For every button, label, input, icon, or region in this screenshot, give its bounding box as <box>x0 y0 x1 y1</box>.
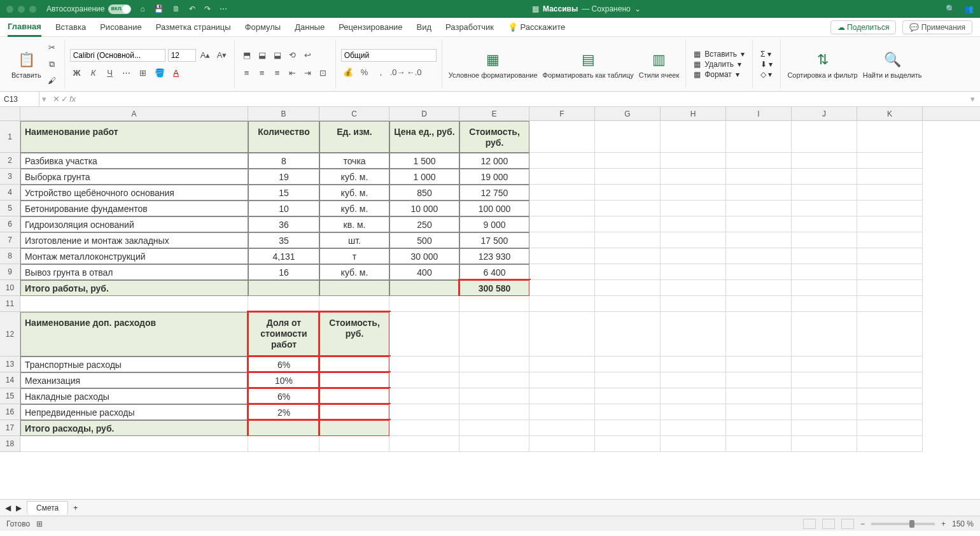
align-middle-icon[interactable]: ⬓ <box>255 48 269 62</box>
cell[interactable]: кв. м. <box>319 216 389 232</box>
cell[interactable] <box>20 436 248 452</box>
formula-expand-icon[interactable]: ▾ <box>965 94 980 104</box>
cell[interactable] <box>792 153 857 169</box>
select-all-corner[interactable] <box>0 107 20 120</box>
accessibility-icon[interactable]: ⊞ <box>36 519 43 528</box>
cell[interactable]: Ед. изм. <box>319 121 389 153</box>
cell[interactable] <box>857 201 923 216</box>
cell[interactable] <box>529 169 595 185</box>
cell[interactable] <box>661 232 726 248</box>
redo-icon[interactable]: ↷ <box>204 4 211 13</box>
col-header[interactable]: G <box>595 107 661 120</box>
cell[interactable] <box>595 153 661 169</box>
cell[interactable] <box>792 232 857 248</box>
find-select-button[interactable]: 🔍Найти и выделить <box>862 47 923 81</box>
cell[interactable]: Разбивка участка <box>20 153 248 169</box>
undo-icon[interactable]: ↶ <box>189 4 195 13</box>
cell[interactable]: Гидроизоляция оснований <box>20 216 248 232</box>
cancel-formula-icon[interactable]: ✕ <box>53 94 60 104</box>
cell[interactable]: Количество <box>248 121 319 153</box>
cell[interactable]: 6% <box>248 388 319 404</box>
col-header[interactable]: A <box>20 107 248 120</box>
cell[interactable] <box>595 312 661 356</box>
cell[interactable] <box>726 248 792 264</box>
saveall-icon[interactable]: 🗎 <box>172 4 180 13</box>
cell[interactable]: 8 <box>248 153 319 169</box>
cell[interactable] <box>726 264 792 280</box>
cell[interactable] <box>529 356 595 372</box>
share-button[interactable]: ☁ Поделиться <box>830 20 897 34</box>
tab-review[interactable]: Рецензирование <box>339 18 402 36</box>
decrease-font-icon[interactable]: A▾ <box>215 48 229 62</box>
chevron-down-icon[interactable]: ⌄ <box>634 4 641 13</box>
cell[interactable] <box>529 264 595 280</box>
cell[interactable] <box>529 153 595 169</box>
conditional-format-button[interactable]: ▦Условное форматирование <box>447 47 539 81</box>
wrap-text-icon[interactable]: ↩ <box>301 48 315 62</box>
cell[interactable]: 10 000 <box>389 201 459 216</box>
cell[interactable] <box>726 216 792 232</box>
cell[interactable]: Итого работы, руб. <box>20 280 248 296</box>
cell[interactable] <box>459 436 529 452</box>
cell[interactable]: 1 000 <box>389 169 459 185</box>
cell[interactable]: Наименование работ <box>20 121 248 153</box>
row-header[interactable]: 12 <box>0 312 20 356</box>
row-header[interactable]: 6 <box>0 216 20 232</box>
percent-icon[interactable]: % <box>358 66 372 80</box>
cell[interactable]: Итого расходы, руб. <box>20 420 248 436</box>
cell[interactable]: Устройство щебёночного основания <box>20 185 248 201</box>
cell[interactable]: 15 <box>248 185 319 201</box>
cell[interactable]: 9 000 <box>459 216 529 232</box>
row-header[interactable]: 7 <box>0 232 20 248</box>
cell[interactable] <box>857 280 923 296</box>
add-sheet-icon[interactable]: + <box>73 504 78 512</box>
cell[interactable] <box>857 153 923 169</box>
cell[interactable] <box>661 312 726 356</box>
row-header[interactable]: 15 <box>0 388 20 404</box>
cell[interactable]: 30 000 <box>389 248 459 264</box>
row-header[interactable]: 13 <box>0 356 20 372</box>
tab-insert[interactable]: Вставка <box>55 18 86 36</box>
comma-icon[interactable]: , <box>374 66 388 80</box>
cell[interactable] <box>661 201 726 216</box>
cell[interactable] <box>248 280 319 296</box>
cell[interactable] <box>319 420 389 436</box>
cell[interactable] <box>389 296 459 312</box>
cell[interactable] <box>459 372 529 388</box>
cell[interactable] <box>595 420 661 436</box>
cell[interactable] <box>661 388 726 404</box>
tab-data[interactable]: Данные <box>295 18 325 36</box>
cell[interactable] <box>595 185 661 201</box>
namebox-dropdown-icon[interactable]: ▾ <box>39 94 49 104</box>
cell[interactable] <box>792 169 857 185</box>
cell[interactable]: 16 <box>248 264 319 280</box>
cell[interactable] <box>20 296 248 312</box>
cell[interactable]: т <box>319 248 389 264</box>
row-header[interactable]: 18 <box>0 436 20 452</box>
cell[interactable] <box>661 153 726 169</box>
cell[interactable] <box>857 248 923 264</box>
cell[interactable] <box>792 280 857 296</box>
cell[interactable] <box>792 420 857 436</box>
page-layout-icon[interactable] <box>822 519 835 529</box>
cell[interactable] <box>726 280 792 296</box>
tab-home[interactable]: Главная <box>8 18 41 37</box>
cell[interactable] <box>726 169 792 185</box>
accept-formula-icon[interactable]: ✓ <box>61 94 68 104</box>
cell[interactable]: Стоимость, руб. <box>459 121 529 153</box>
normal-view-icon[interactable] <box>803 519 816 529</box>
cell[interactable]: 36 <box>248 216 319 232</box>
cell[interactable] <box>389 372 459 388</box>
cell[interactable]: 12 750 <box>459 185 529 201</box>
cell[interactable] <box>459 388 529 404</box>
cell[interactable] <box>792 121 857 153</box>
cell[interactable]: 850 <box>389 185 459 201</box>
cell[interactable] <box>389 436 459 452</box>
zoom-value[interactable]: 150 % <box>952 519 974 528</box>
cell[interactable] <box>792 185 857 201</box>
cell[interactable] <box>726 404 792 420</box>
col-header[interactable]: K <box>857 107 923 120</box>
cell[interactable] <box>529 296 595 312</box>
row-header[interactable]: 3 <box>0 169 20 185</box>
cell[interactable] <box>857 372 923 388</box>
